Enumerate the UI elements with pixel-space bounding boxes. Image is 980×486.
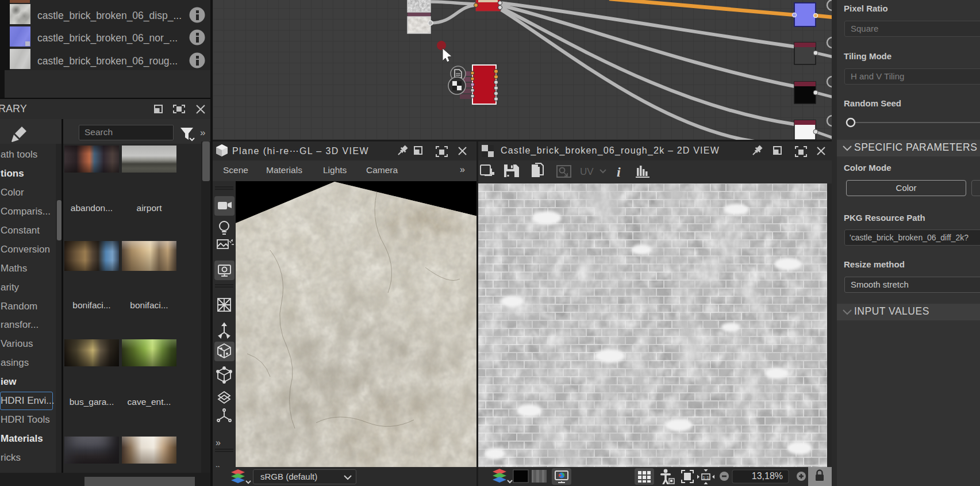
svg-text:»: » — [200, 127, 205, 138]
svg-text:»: » — [216, 438, 221, 447]
svg-text:»: » — [216, 462, 221, 467]
svg-text:i: i — [617, 164, 621, 179]
svg-text:UV: UV — [580, 166, 594, 177]
svg-text:1:1: 1:1 — [703, 475, 710, 480]
